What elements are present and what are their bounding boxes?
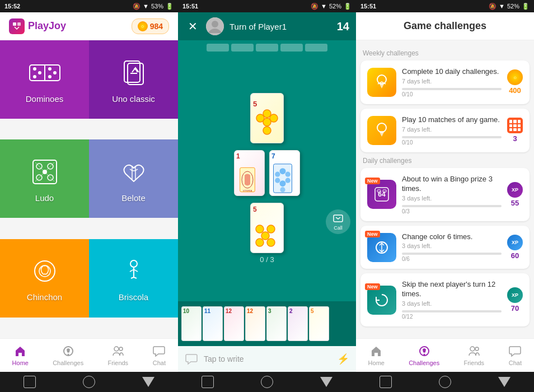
sys-nav-3 bbox=[356, 372, 534, 392]
hand-card-12a[interactable]: 12 bbox=[224, 306, 244, 341]
svg-point-27 bbox=[212, 21, 218, 27]
hand-card-12b[interactable]: 12 bbox=[245, 306, 265, 341]
svg-point-51 bbox=[377, 123, 386, 132]
challenge-reward-daily-1: XP 55 bbox=[507, 182, 523, 207]
sys-triangle-btn-3[interactable] bbox=[498, 377, 510, 387]
chat-input[interactable]: Tap to write bbox=[204, 354, 331, 363]
challenge-daily-2[interactable]: New Change color 6 times. 3 days left. 0… bbox=[360, 226, 530, 269]
hand-card-5[interactable]: 5 bbox=[309, 306, 329, 341]
challenge-reward-daily-2: XP 60 bbox=[507, 235, 523, 260]
game-tile-uno[interactable]: Uno classic bbox=[89, 40, 178, 119]
svg-point-18 bbox=[35, 261, 55, 281]
game-tile-dominoes[interactable]: Dominoes bbox=[0, 40, 89, 119]
chat-bubble-icon bbox=[185, 352, 198, 366]
card-slots bbox=[178, 40, 356, 55]
sys-circle-btn-3[interactable] bbox=[439, 376, 451, 388]
player-avatar bbox=[206, 17, 224, 35]
turn-number: 14 bbox=[337, 20, 349, 33]
sys-triangle-btn-2[interactable] bbox=[320, 377, 332, 387]
hand-card-3[interactable]: 3 bbox=[266, 306, 287, 341]
nav-home-3[interactable]: Home bbox=[368, 344, 385, 366]
call-label: Call bbox=[334, 225, 343, 231]
svg-point-30 bbox=[256, 114, 264, 122]
game-tile-belote[interactable]: Belote bbox=[89, 139, 178, 218]
reward-value-daily-2: 60 bbox=[511, 251, 519, 260]
daily-section-label: Daily challenges bbox=[363, 157, 527, 165]
nav-challenges-3[interactable]: Challenges bbox=[409, 344, 439, 366]
games-header: PlayJoy ○ 984 bbox=[0, 12, 178, 40]
dominoes-label: Dominoes bbox=[26, 94, 64, 104]
svg-point-24 bbox=[114, 347, 119, 351]
game-chat-bar: Tap to write ⚡ bbox=[178, 346, 356, 372]
challenge-reward-1: ○ 400 bbox=[507, 69, 523, 95]
hand-card-11[interactable]: 11 bbox=[203, 306, 223, 341]
svg-point-40 bbox=[275, 178, 280, 183]
card-count: 0 / 3 bbox=[260, 255, 274, 264]
svg-point-42 bbox=[280, 180, 286, 186]
home-icon-3 bbox=[369, 344, 383, 358]
card-slot-4 bbox=[280, 44, 303, 52]
play-card-top[interactable]: 5 bbox=[250, 93, 284, 143]
progress-label-daily-1: 0/3 bbox=[402, 208, 502, 214]
sys-square-btn-1[interactable] bbox=[24, 376, 36, 388]
lightning-icon: ⚡ bbox=[337, 353, 349, 365]
nav-chat-3[interactable]: Chat bbox=[508, 344, 522, 366]
sys-square-btn-2[interactable] bbox=[202, 376, 214, 388]
challenge-weekly-1[interactable]: Complete 10 daily challenges. 7 days lef… bbox=[360, 60, 530, 104]
sys-square-btn-3[interactable] bbox=[380, 376, 392, 388]
chat-icon-1 bbox=[152, 344, 166, 358]
sys-circle-btn-2[interactable] bbox=[261, 376, 273, 388]
logo-icon bbox=[9, 18, 25, 34]
svg-point-38 bbox=[275, 171, 280, 176]
hand-card-2[interactable]: 2 bbox=[288, 306, 308, 341]
challenge-days-daily-3: 3 days left. bbox=[402, 300, 502, 307]
challenges-panel: Game challenges Weekly challenges Comple… bbox=[356, 12, 534, 372]
uno-icon bbox=[117, 56, 151, 90]
nav-home-label-3: Home bbox=[368, 360, 385, 366]
call-button[interactable]: Call bbox=[326, 209, 350, 234]
svg-point-50 bbox=[377, 75, 386, 84]
challenge-badge-1 bbox=[367, 68, 396, 97]
nav-chat-1[interactable]: Chat bbox=[152, 344, 166, 366]
svg-rect-49 bbox=[334, 215, 343, 222]
challenge-weekly-2[interactable]: Play 10 matches of any game. 7 days left… bbox=[360, 109, 530, 152]
hand-card-10[interactable]: 10 bbox=[181, 306, 202, 341]
challenge-days-daily-2: 3 days left. bbox=[402, 242, 502, 249]
svg-point-59 bbox=[470, 347, 475, 351]
play-card-1[interactable]: 1 VITORIA bbox=[234, 150, 265, 196]
cards-middle-row: 1 VITORIA 7 bbox=[234, 150, 300, 196]
nav-home-1[interactable]: Home bbox=[12, 344, 29, 366]
play-card-bottom[interactable]: 5 bbox=[250, 203, 284, 253]
svg-point-6 bbox=[38, 71, 41, 74]
nav-friends-1[interactable]: Friends bbox=[107, 344, 128, 366]
challenges-title: Game challenges bbox=[404, 20, 486, 32]
nav-challenges-1[interactable]: Challenges bbox=[53, 344, 83, 366]
svg-rect-0 bbox=[13, 22, 16, 26]
friends-icon-3 bbox=[467, 344, 481, 358]
ludo-label: Ludo bbox=[35, 193, 54, 203]
challenge-daily-3[interactable]: New Skip the next player's turn 12 times… bbox=[360, 273, 530, 326]
game-tile-briscola[interactable]: Briscola bbox=[89, 239, 178, 318]
nav-chat-label-3: Chat bbox=[509, 360, 522, 366]
challenge-title-1: Complete 10 daily challenges. bbox=[402, 67, 502, 77]
status-icons-1: 🔕▼53%🔋 bbox=[133, 3, 174, 10]
weekly-section-label: Weekly challenges bbox=[363, 49, 527, 57]
nav-chat-label-1: Chat bbox=[153, 360, 166, 366]
nav-friends-3[interactable]: Friends bbox=[463, 344, 484, 366]
dominoes-icon bbox=[28, 56, 62, 90]
svg-point-39 bbox=[285, 171, 291, 176]
challenge-daily-1[interactable]: New 64 About to win a Bingo prize 3 time… bbox=[360, 168, 530, 221]
sys-circle-btn-1[interactable] bbox=[83, 376, 95, 388]
close-button[interactable]: ✕ bbox=[185, 18, 200, 34]
challenge-progress-bar-daily-2 bbox=[402, 253, 502, 255]
challenge-info-2: Play 10 matches of any game. 7 days left… bbox=[402, 115, 502, 146]
game-tile-ludo[interactable]: Ludo bbox=[0, 139, 89, 218]
game-tile-chinchon[interactable]: Chinchon bbox=[0, 239, 89, 318]
play-card-7[interactable]: 7 bbox=[269, 150, 300, 196]
games-panel: PlayJoy ○ 984 bbox=[0, 12, 178, 372]
challenges-icon-3 bbox=[418, 344, 431, 358]
svg-point-58 bbox=[423, 354, 425, 356]
sys-triangle-btn-1[interactable] bbox=[142, 377, 154, 387]
nav-home-label-1: Home bbox=[12, 360, 29, 366]
belote-label: Belote bbox=[121, 193, 146, 203]
